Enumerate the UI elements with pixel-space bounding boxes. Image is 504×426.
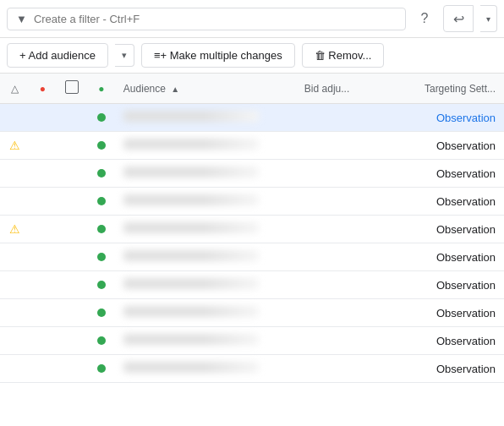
cell-status-dot	[88, 188, 115, 216]
cell-status-dot	[88, 216, 115, 243]
col-header-audience[interactable]: Audience ▲	[115, 74, 296, 104]
help-button[interactable]: ?	[413, 7, 436, 30]
cell-targeting: Observation	[377, 216, 504, 243]
green-dot-icon	[97, 141, 106, 150]
cell-bid	[296, 299, 377, 327]
col-header-bid[interactable]: Bid adju...	[296, 74, 377, 104]
cell-triangle	[0, 104, 30, 132]
cell-audience	[115, 104, 296, 132]
cell-status-dot	[88, 355, 115, 383]
observation-label: Observation	[436, 167, 496, 180]
cell-checkbox[interactable]	[55, 243, 88, 271]
cell-bid	[296, 216, 377, 243]
cell-triangle	[0, 271, 30, 299]
filter-funnel-icon: ▼	[16, 13, 27, 25]
cell-triangle	[0, 355, 30, 383]
cell-bid	[296, 327, 377, 355]
add-audience-button[interactable]: + Add audience	[7, 43, 108, 68]
cell-targeting: Observation	[377, 243, 504, 271]
audience-blur	[123, 334, 259, 345]
green-dot-icon	[97, 281, 106, 289]
observation-label: Observation	[436, 335, 496, 347]
cell-triangle: ⚠	[0, 132, 30, 160]
table-row[interactable]: Observation	[0, 299, 504, 327]
cell-checkbox[interactable]	[55, 271, 88, 299]
cell-error	[30, 243, 55, 271]
col-header-targeting[interactable]: Targeting Sett...	[377, 74, 504, 104]
observation-link[interactable]: Observation	[436, 112, 496, 124]
cell-triangle: ⚠	[0, 216, 30, 243]
col-header-dot[interactable]: ●	[88, 74, 115, 104]
add-audience-dropdown-button[interactable]: ▾	[115, 44, 134, 67]
cell-audience	[115, 243, 296, 271]
audience-sort-icon: ▲	[171, 85, 179, 94]
cell-audience	[115, 271, 296, 299]
table-row[interactable]: ⚠Observation	[0, 216, 504, 243]
audience-blur	[123, 306, 259, 317]
table-row[interactable]: Observation	[0, 104, 504, 132]
cell-checkbox[interactable]	[55, 160, 88, 188]
cell-checkbox[interactable]	[55, 216, 88, 243]
green-dot-icon	[97, 225, 106, 233]
cell-triangle	[0, 327, 30, 355]
cell-error	[30, 355, 55, 383]
cell-audience	[115, 355, 296, 383]
col-header-checkbox[interactable]	[55, 74, 88, 104]
dot-header-icon: ●	[98, 83, 104, 95]
cell-checkbox[interactable]	[55, 299, 88, 327]
cell-error	[30, 271, 55, 299]
undo-button[interactable]: ↩	[443, 5, 474, 32]
cell-targeting: Observation	[377, 188, 504, 216]
cell-audience	[115, 299, 296, 327]
cell-checkbox[interactable]	[55, 132, 88, 160]
table-row[interactable]: Observation	[0, 355, 504, 383]
cell-checkbox[interactable]	[55, 188, 88, 216]
col-header-triangle[interactable]: △	[0, 74, 30, 104]
cell-triangle	[0, 160, 30, 188]
cell-audience	[115, 132, 296, 160]
cell-status-dot	[88, 104, 115, 132]
cell-error	[30, 327, 55, 355]
cell-checkbox[interactable]	[55, 327, 88, 355]
cell-triangle	[0, 243, 30, 271]
cell-targeting: Observation	[377, 160, 504, 188]
remove-button[interactable]: 🗑 Remov...	[302, 43, 385, 68]
green-dot-icon	[97, 309, 106, 317]
filter-input[interactable]	[34, 13, 397, 25]
table-row[interactable]: Observation	[0, 243, 504, 271]
make-changes-button[interactable]: ≡+ Make multiple changes	[141, 43, 295, 68]
green-dot-icon	[97, 364, 106, 373]
audience-blur	[123, 222, 259, 233]
cell-checkbox[interactable]	[55, 355, 88, 383]
cell-targeting: Observation	[377, 132, 504, 160]
audience-blur	[123, 167, 259, 178]
table-body: Observation⚠ObservationObservationObserv…	[0, 104, 504, 383]
cell-error	[30, 299, 55, 327]
observation-label: Observation	[436, 195, 496, 208]
undo-dropdown-button[interactable]: ▾	[480, 5, 497, 32]
cell-error	[30, 188, 55, 216]
observation-label: Observation	[436, 307, 496, 320]
cell-bid	[296, 188, 377, 216]
cell-targeting: Observation	[377, 271, 504, 299]
filter-input-wrapper[interactable]: ▼	[7, 8, 406, 30]
toolbar-row2: + Add audience ▾ ≡+ Make multiple change…	[0, 38, 504, 74]
cell-status-dot	[88, 299, 115, 327]
cell-audience	[115, 216, 296, 243]
observation-label: Observation	[436, 223, 496, 236]
col-header-error[interactable]: ●	[30, 74, 55, 104]
audience-table: △ ● ● Audience ▲ Bid adju... Targeting S…	[0, 74, 504, 383]
observation-label: Observation	[436, 279, 496, 292]
cell-checkbox[interactable]	[55, 104, 88, 132]
cell-error	[30, 216, 55, 243]
table-row[interactable]: Observation	[0, 188, 504, 216]
checkbox-header-icon	[65, 80, 79, 94]
table-row[interactable]: Observation	[0, 271, 504, 299]
table-row[interactable]: ⚠Observation	[0, 132, 504, 160]
cell-targeting[interactable]: Observation	[377, 104, 504, 132]
cell-status-dot	[88, 327, 115, 355]
table-row[interactable]: Observation	[0, 160, 504, 188]
cell-error	[30, 132, 55, 160]
audience-blur	[123, 111, 259, 122]
table-row[interactable]: Observation	[0, 327, 504, 355]
